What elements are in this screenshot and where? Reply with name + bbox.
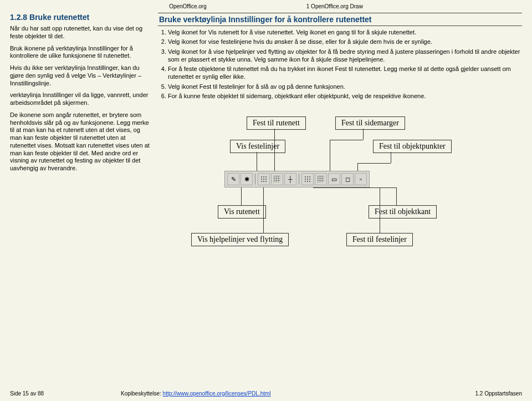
edit-points-icon[interactable]: ✎ [227, 173, 239, 185]
leader-line [396, 187, 397, 205]
page-footer: Side 15 av 88 Kopibeskyttelse: http://ww… [0, 390, 532, 397]
snap-to-frame-icon[interactable]: ◻ [341, 173, 354, 185]
leader-line [330, 140, 330, 171]
leader-line [274, 129, 275, 171]
right-column: Bruke verktøylinja Innstillinger for å k… [158, 13, 522, 272]
step-item: Velg ikonet for vise festelinjene hvis d… [168, 38, 522, 45]
helplines-moving-icon[interactable]: ┼ [284, 173, 296, 185]
settings-toolbar: ✎ ✱ ┼ ▭ ◻ ▫ [224, 171, 370, 187]
paragraph: De ikonene som angår rutenettet, er bryt… [10, 111, 151, 172]
section-title: 1.2.8 Bruke rutenettet [10, 13, 151, 22]
leader-line [313, 187, 380, 188]
footer-link[interactable]: http://www.openoffice.org/licenses/PDL.h… [163, 390, 271, 397]
leader-line [257, 152, 257, 171]
leader-line [363, 129, 364, 140]
label-vis-hjelpelinjer: Vis hjelpelinjer ved flytting [191, 233, 289, 246]
show-snaplines-icon[interactable] [271, 173, 283, 185]
step-item: For å feste objektene til rutenettet må … [168, 65, 522, 81]
step-item: Velg ikonet Fest til festelinjer for å s… [168, 83, 522, 90]
leader-line [357, 163, 391, 164]
footer-copy: Kopibeskyttelse: http://www.openoffice.o… [121, 390, 411, 397]
glue-points-icon[interactable]: ✱ [241, 173, 253, 185]
label-vis-festelinjer: Vis festelinjer [230, 140, 285, 153]
label-fest-objektpunkter: Fest til objektpunkter [373, 140, 452, 153]
paragraph: verktøylinja Innstillinger vil da ligge,… [10, 92, 151, 107]
step-item: Velg ikonet for å vise hjelpelinjer ved … [168, 48, 522, 64]
right-title: Bruke verktøylinja Innstillinger for å k… [158, 13, 522, 26]
label-fest-festelinjer: Fest til festelinjer [346, 233, 413, 246]
label-vis-rutenett: Vis rutenett [218, 205, 266, 219]
page-header: OpenOffice.org 1 OpenOffice.org Draw [0, 0, 532, 11]
header-right: 1 OpenOffice.org Draw [306, 3, 363, 9]
leader-line [330, 140, 363, 140]
snap-to-snaplines-icon[interactable] [315, 173, 327, 185]
footer-page: Side 15 av 88 [10, 390, 121, 397]
footer-copy-label: Kopibeskyttelse: [121, 390, 163, 397]
label-fest-rutenett: Fest til rutenett [247, 116, 306, 130]
footer-section: 1.2 Oppstartsfasen [411, 390, 522, 397]
step-item: Velg ikonet for Vis rutenett for å vise … [168, 28, 522, 36]
show-grid-icon[interactable] [258, 173, 270, 185]
step-item: For å kunne feste objektet til sidemarg,… [168, 92, 522, 100]
paragraph: Hvis du ikke ser verktøylinja Innstillin… [10, 64, 151, 87]
toolbar-separator [255, 174, 255, 185]
snap-to-points-icon[interactable]: ▫ [355, 173, 367, 185]
steps-list: Velg ikonet for Vis rutenett for å vise … [158, 28, 522, 100]
leader-line [391, 152, 391, 163]
leader-line [263, 187, 264, 233]
leader-line [241, 187, 242, 205]
toolbar-diagram: Fest til rutenett Fest til sidemarger Vi… [158, 116, 522, 272]
label-fest-sidemarger: Fest til sidemarger [335, 116, 405, 130]
left-column: 1.2.8 Bruke rutenettet Når du har satt o… [10, 13, 151, 272]
leader-line [380, 187, 380, 233]
paragraph: Når du har satt opp rutenettet, kan du v… [10, 25, 151, 40]
paragraph: Bruk ikonene på verktøylinja Innstilling… [10, 45, 151, 60]
toolbar-separator [299, 174, 299, 185]
label-fest-objektkant: Fest til objektkant [369, 205, 437, 219]
leader-line [313, 187, 314, 188]
snap-to-grid-icon[interactable] [301, 173, 314, 185]
header-left: OpenOffice.org [169, 3, 207, 9]
snap-to-margins-icon[interactable]: ▭ [328, 173, 340, 185]
leader-line [357, 163, 358, 171]
